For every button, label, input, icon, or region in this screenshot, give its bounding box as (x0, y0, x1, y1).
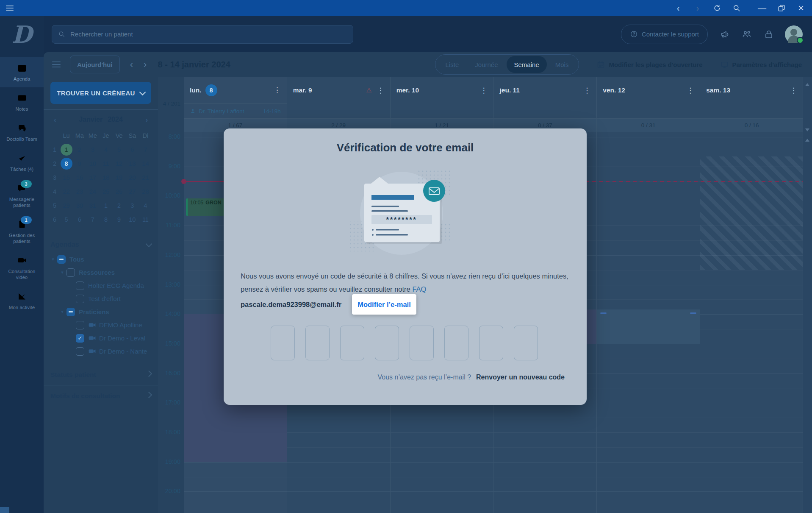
code-digit-input[interactable] (340, 326, 364, 360)
minical-day[interactable]: 26 (113, 184, 126, 198)
calendar-scrollbar[interactable] (803, 77, 812, 513)
minical-day[interactable]: 11 (139, 212, 152, 226)
minical-day[interactable]: 23 (73, 184, 86, 198)
agenda-tree-item-tous[interactable]: ▾Tous (44, 253, 158, 266)
agenda-checkbox[interactable] (57, 255, 66, 264)
sidebar-item-t-ches-4-[interactable]: Tâches (4) (0, 148, 44, 178)
team-accounts-icon[interactable] (742, 29, 752, 39)
agenda-tree-item-test-d-effort[interactable]: Test d'effort (44, 292, 158, 305)
day-header[interactable]: sam. 13⋮ (700, 77, 803, 104)
day-header[interactable]: jeu. 11⋮ (493, 77, 596, 104)
contact-support-button[interactable]: Contacter le support (621, 25, 708, 44)
minical-day[interactable]: 21 (139, 170, 152, 184)
minical-day[interactable]: 28 (139, 184, 152, 198)
display-settings-button[interactable]: Paramètres d'affichage (721, 61, 802, 69)
scroll-down-icon[interactable] (805, 128, 809, 131)
agenda-tree-item-dr-demo-nante[interactable]: Dr Demo - Nante (44, 345, 158, 358)
minical-day[interactable]: 30 (73, 198, 86, 212)
sidebar-item-consultation-vid-o[interactable]: Consultation vidéo (0, 250, 44, 286)
agenda-tree-item-holter-ecg-agenda[interactable]: Holter ECG Agenda (44, 279, 158, 292)
code-digit-input[interactable] (305, 326, 330, 360)
patient-statuses-section[interactable]: Statuts patient (50, 364, 151, 385)
view-tab-liste[interactable]: Liste (438, 56, 467, 73)
next-week-button[interactable]: › (144, 59, 147, 70)
minical-day[interactable]: 29 (60, 198, 73, 212)
agenda-checkbox[interactable] (76, 321, 84, 329)
view-tab-mois[interactable]: Mois (548, 56, 576, 73)
day-menu-icon[interactable]: ⋮ (377, 87, 384, 94)
minical-day[interactable]: 18 (99, 170, 112, 184)
announcements-icon[interactable] (720, 29, 730, 39)
sidebar-item-gestion-des-patients[interactable]: 1Gestion des patients (0, 214, 44, 250)
day-menu-icon[interactable]: ⋮ (583, 87, 590, 94)
minical-day[interactable]: 4 (139, 198, 152, 212)
search-input[interactable] (69, 30, 347, 38)
minical-next-icon[interactable]: › (141, 115, 152, 125)
minical-day[interactable]: 17 (86, 170, 99, 184)
code-digit-input[interactable] (410, 326, 434, 360)
minical-day[interactable]: 10 (126, 212, 139, 226)
nav-back-icon[interactable]: ‹ (674, 4, 682, 12)
agenda-checkbox[interactable] (76, 347, 84, 356)
minical-day[interactable]: 20 (126, 170, 139, 184)
agenda-checkbox[interactable] (76, 295, 84, 303)
code-digit-input[interactable] (479, 326, 503, 360)
find-slot-button[interactable]: TROUVER UN CRÉNEAU (50, 82, 151, 104)
minical-day[interactable]: 16 (73, 170, 86, 184)
minical-day[interactable]: 27 (126, 184, 139, 198)
agenda-checkbox[interactable] (67, 268, 75, 277)
minical-day[interactable]: 12 (113, 156, 126, 170)
minical-day[interactable]: 4 (99, 142, 112, 156)
minical-day[interactable]: 14 (139, 156, 152, 170)
minical-day[interactable]: 11 (99, 156, 112, 170)
minical-day[interactable]: 2 (73, 142, 86, 156)
day-header[interactable]: mer. 10⋮ (391, 77, 493, 104)
scroll-up-icon[interactable] (805, 83, 809, 86)
day-menu-icon[interactable]: ⋮ (480, 87, 487, 94)
minical-day[interactable]: 22 (60, 184, 73, 198)
agendas-section-header[interactable]: Agendas (50, 241, 151, 248)
view-tab-journée[interactable]: Journée (467, 56, 505, 73)
code-digit-input[interactable] (444, 326, 468, 360)
day-header[interactable]: ven. 12⋮ (597, 77, 700, 104)
panel-toggle-icon[interactable] (52, 61, 61, 67)
day-header[interactable]: lun.8⋮ (184, 77, 287, 104)
nav-forward-icon[interactable]: › (693, 4, 702, 12)
minical-day[interactable]: 3 (126, 198, 139, 212)
agenda-checkbox[interactable] (67, 308, 75, 316)
view-tab-semaine[interactable]: Semaine (507, 56, 547, 73)
minical-day[interactable]: 7 (139, 142, 152, 156)
scroll-up-icon[interactable] (805, 139, 809, 142)
tree-caret-icon[interactable]: ▾ (59, 270, 66, 275)
doctolib-logo[interactable]: D (0, 16, 44, 52)
lock-icon[interactable] (764, 29, 774, 39)
open-hours-button[interactable]: Modifier les plages d'ouverture (597, 61, 702, 69)
minical-day[interactable]: 10 (86, 156, 99, 170)
minical-day[interactable]: 9 (113, 212, 126, 226)
minical-day[interactable]: 5 (60, 212, 73, 226)
day-menu-icon[interactable]: ⋮ (790, 87, 797, 94)
consultation-reasons-section[interactable]: Motifs de consultation (50, 385, 151, 406)
minical-day[interactable]: 6 (126, 142, 139, 156)
sidebar-item-notes[interactable]: Notes (0, 87, 44, 117)
minical-day[interactable]: 19 (113, 170, 126, 184)
agenda-tree-item-ressources[interactable]: ▾Ressources (44, 266, 158, 279)
sidebar-scroll-indicator[interactable] (0, 507, 9, 513)
sidebar-item-agenda[interactable]: Agenda (0, 57, 44, 87)
minical-day[interactable]: 3 (86, 142, 99, 156)
minimize-icon[interactable]: — (758, 4, 766, 12)
sidebar-item-doctolib-team[interactable]: Doctolib Team (0, 117, 44, 148)
refresh-icon[interactable] (713, 4, 721, 12)
resend-code-button[interactable]: Renvoyer un nouveau code (476, 374, 565, 381)
day-header[interactable]: mar. 9⚠⋮ (287, 77, 390, 104)
tree-caret-icon[interactable]: ▾ (59, 309, 66, 315)
minical-day[interactable]: 13 (126, 156, 139, 170)
minical-day[interactable]: 8 (99, 212, 112, 226)
minical-day[interactable]: 31 (86, 198, 99, 212)
minical-day[interactable]: 1 (60, 142, 73, 156)
browser-search-icon[interactable] (732, 4, 741, 12)
prev-week-button[interactable]: ‹ (130, 59, 133, 70)
sidebar-item-messagerie-patients[interactable]: 3Messagerie patients (0, 178, 44, 214)
code-digit-input[interactable] (514, 326, 538, 360)
day-menu-icon[interactable]: ⋮ (274, 86, 281, 94)
